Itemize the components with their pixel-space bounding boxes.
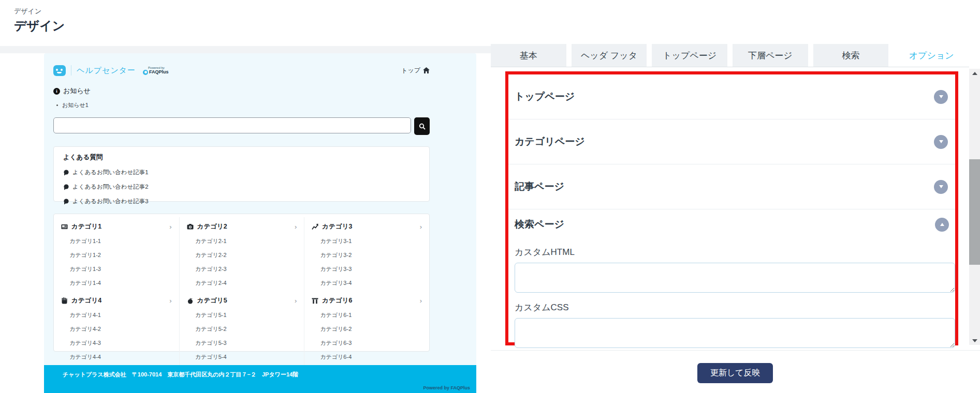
- hand-icon: [61, 297, 68, 304]
- category-item[interactable]: カテゴリ4-4: [69, 350, 172, 364]
- accordion-category-page[interactable]: カテゴリページ: [508, 119, 955, 164]
- chevron-right-icon: ›: [295, 297, 297, 305]
- category-item[interactable]: カテゴリ1-4: [69, 276, 172, 290]
- scrollbar-thumb[interactable]: [969, 159, 980, 265]
- header-divider-strip: [0, 46, 491, 53]
- category-grid-card: カテゴリ1 › カテゴリ1-1 カテゴリ1-2 カテゴリ1-3 カテゴリ1-4 …: [53, 214, 430, 352]
- category-item[interactable]: カテゴリ3-3: [320, 262, 422, 276]
- apple-icon: [187, 297, 194, 304]
- faq-card: よくある質問 よくあるお問い合わせ記事1 よくあるお問い合わせ記事2 よくあるお…: [53, 146, 430, 202]
- powered-by-badge[interactable]: Powered by FAQPlus: [143, 66, 169, 75]
- chevron-right-icon: ›: [420, 297, 422, 305]
- monument-icon: [312, 297, 318, 304]
- category-item[interactable]: カテゴリ4-3: [69, 336, 172, 350]
- tab-search[interactable]: 検索: [813, 44, 889, 67]
- category-item[interactable]: カテゴリ3-4: [320, 276, 422, 290]
- bullet-icon: [56, 104, 58, 106]
- breadcrumb[interactable]: デザイン: [14, 7, 41, 16]
- logo-separator: [71, 65, 71, 75]
- chat-logo-icon: [53, 65, 66, 76]
- accordion-article-page[interactable]: 記事ページ: [508, 164, 955, 209]
- faq-item[interactable]: よくあるお問い合わせ記事2: [63, 183, 420, 191]
- category-item[interactable]: カテゴリ3-2: [320, 248, 422, 262]
- category-header[interactable]: カテゴリ3 ›: [312, 222, 422, 231]
- custom-html-textarea[interactable]: [515, 263, 955, 293]
- home-icon: [423, 67, 430, 73]
- notice-item[interactable]: お知らせ1: [56, 101, 312, 109]
- category-header[interactable]: カテゴリ6 ›: [312, 296, 422, 305]
- expand-button[interactable]: [934, 180, 948, 194]
- accordion-header[interactable]: 検索ページ: [515, 209, 949, 239]
- search-button[interactable]: [414, 117, 430, 135]
- footer-powered-by[interactable]: Powered by FAQPlus: [423, 385, 470, 390]
- tab-header-footer[interactable]: ヘッダ フッタ: [572, 44, 647, 67]
- category-item[interactable]: カテゴリ5-3: [195, 336, 297, 350]
- category-item[interactable]: カテゴリ5-4: [195, 350, 297, 364]
- speech-bubble-icon: [63, 184, 69, 190]
- category-name: カテゴリ6: [322, 296, 352, 305]
- category-item[interactable]: カテゴリ2-2: [195, 248, 297, 262]
- faq-item[interactable]: よくあるお問い合わせ記事1: [63, 169, 420, 176]
- tab-top-page[interactable]: トップページ: [652, 44, 727, 67]
- category-item[interactable]: カテゴリ6-3: [320, 336, 422, 350]
- notice-section: i お知らせ お知らせ1: [53, 86, 312, 109]
- category-item[interactable]: カテゴリ6-1: [320, 308, 422, 322]
- category-item[interactable]: カテゴリ1-2: [69, 248, 172, 262]
- update-apply-button[interactable]: 更新して反映: [697, 363, 773, 383]
- custom-css-textarea[interactable]: [515, 318, 955, 348]
- category-header[interactable]: カテゴリ2 ›: [187, 222, 297, 231]
- category-item[interactable]: カテゴリ3-1: [320, 234, 422, 248]
- custom-html-label: カスタムHTML: [515, 246, 949, 258]
- tab-options[interactable]: オプション: [894, 44, 969, 67]
- search-icon: [419, 123, 426, 130]
- info-icon: i: [53, 88, 60, 95]
- category-item[interactable]: カテゴリ6-4: [320, 350, 422, 364]
- category-block: カテゴリ4 › カテゴリ4-1 カテゴリ4-2 カテゴリ4-3 カテゴリ4-4: [54, 291, 179, 365]
- category-item[interactable]: カテゴリ5-1: [195, 308, 297, 322]
- triangle-up-icon: [972, 72, 977, 75]
- faq-item[interactable]: よくあるお問い合わせ記事3: [63, 198, 420, 205]
- category-item[interactable]: カテゴリ4-1: [69, 308, 172, 322]
- category-item[interactable]: カテゴリ2-1: [195, 234, 297, 248]
- panel-divider: [491, 350, 980, 351]
- tab-sub-page[interactable]: 下層ページ: [733, 44, 808, 67]
- category-item[interactable]: カテゴリ1-1: [69, 234, 172, 248]
- category-item[interactable]: カテゴリ4-2: [69, 322, 172, 336]
- page-header: デザイン デザイン: [0, 0, 980, 46]
- accordion-title: カテゴリページ: [515, 135, 585, 148]
- category-block: カテゴリ2 › カテゴリ2-1 カテゴリ2-2 カテゴリ2-3 カテゴリ2-4: [179, 217, 304, 291]
- scroll-down-arrow[interactable]: [969, 336, 980, 345]
- vertical-scrollbar[interactable]: [969, 69, 980, 345]
- collapse-button[interactable]: [935, 218, 949, 232]
- site-preview: ヘルプセンター Powered by FAQPlus トップ i お知らせ お知…: [44, 53, 476, 393]
- category-header[interactable]: カテゴリ1 ›: [61, 222, 172, 231]
- category-name: カテゴリ4: [71, 296, 101, 305]
- faq-item-label: よくあるお問い合わせ記事3: [72, 198, 149, 205]
- category-name: カテゴリ3: [322, 222, 352, 231]
- chevron-down-icon: [939, 140, 943, 143]
- category-item[interactable]: カテゴリ2-4: [195, 276, 297, 290]
- category-item[interactable]: カテゴリ1-3: [69, 262, 172, 276]
- top-link-label: トップ: [401, 66, 420, 75]
- search-input[interactable]: [53, 117, 411, 133]
- notice-item-label: お知らせ1: [62, 101, 89, 109]
- notice-title: お知らせ: [63, 86, 91, 96]
- newspaper-icon: [61, 223, 68, 230]
- tab-bar: 基本 ヘッダ フッタ トップページ 下層ページ 検索 オプション: [491, 44, 969, 67]
- expand-button[interactable]: [934, 90, 948, 104]
- category-header[interactable]: カテゴリ5 ›: [187, 296, 297, 305]
- category-name: カテゴリ1: [71, 222, 101, 231]
- category-item[interactable]: カテゴリ5-2: [195, 322, 297, 336]
- tab-basic[interactable]: 基本: [491, 44, 566, 67]
- category-name: カテゴリ2: [197, 222, 227, 231]
- scroll-up-arrow[interactable]: [969, 69, 980, 78]
- category-item[interactable]: カテゴリ2-3: [195, 262, 297, 276]
- accordion-title: 記事ページ: [515, 180, 564, 193]
- category-item[interactable]: カテゴリ6-2: [320, 322, 422, 336]
- brand-name[interactable]: ヘルプセンター: [77, 66, 136, 75]
- expand-button[interactable]: [934, 135, 948, 149]
- faqplus-brand: FAQPlus: [149, 70, 169, 74]
- preview-top-link[interactable]: トップ: [401, 66, 430, 75]
- accordion-top-page[interactable]: トップページ: [508, 74, 955, 119]
- category-header[interactable]: カテゴリ4 ›: [61, 296, 172, 305]
